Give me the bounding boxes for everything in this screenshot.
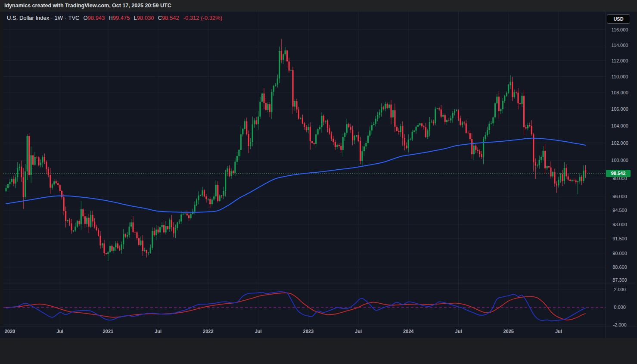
price-tick-label: 116.000 [606,27,634,33]
price-tick-label: 102.000 [606,140,634,146]
exchange-label: TVC [68,15,79,21]
indicator-tick-label: 2.000 [606,286,634,292]
ohlc-value: 99.475 [113,15,130,21]
ohlc-values: O98.943H99.475L98.030C98.542 [79,15,179,21]
time-tick-label: Jul [56,329,63,334]
time-tick-label: Jul [155,329,162,334]
legend-separator: · [63,15,68,21]
tradingview-chart-window: idynamics created with TradingView.com, … [0,0,637,364]
price-tick-label: 100.000 [606,157,634,163]
ohlc-value: 98.030 [137,15,154,21]
price-tick-label: 112.000 [606,58,634,64]
time-tick-label: 2021 [103,329,113,334]
change-value: -0.312 (-0.32%) [183,15,222,21]
time-tick-label: 2020 [5,329,15,334]
price-tick-label: 88.600 [606,264,634,270]
interval-label[interactable]: 1W [55,15,63,21]
oscillator-blue-line [6,292,586,321]
time-tick-label: Jul [255,329,262,334]
price-tick-label: 110.000 [606,74,634,80]
oscillator-red-line [6,293,586,320]
ohlc-key: C [158,15,162,21]
ma-line [6,138,586,212]
ohlc-key: L [134,15,137,21]
price-tick-label: 96.000 [606,193,634,199]
price-tick-label: 94.500 [606,207,634,213]
chart-canvas[interactable] [0,0,637,364]
ohlc-key: H [109,15,112,21]
symbol-legend: U.S. Dollar Index·1W·TVCO98.943H99.475L9… [7,15,222,21]
price-tick-label: 87.300 [606,277,634,283]
price-tick-label: 108.000 [606,90,634,96]
ohlc-value: 98.542 [162,15,179,21]
time-tick-label: Jul [555,329,562,334]
time-tick-label: 2024 [403,329,413,334]
time-tick-label: Jul [355,329,362,334]
indicator-tick-label: 0.000 [606,304,634,310]
ohlc-key: O [83,15,87,21]
time-tick-label: Jul [455,329,462,334]
last-price-badge: 98.542 [606,170,631,177]
price-tick-label: 91.500 [606,236,634,242]
time-tick-label: 2022 [203,329,213,334]
right-edge [635,12,637,326]
price-tick-label: 93.000 [606,221,634,227]
symbol-title[interactable]: U.S. Dollar Index [7,15,49,21]
indicator-tick-label: -2.000 [606,322,634,328]
currency-button[interactable]: USD [607,14,630,24]
price-tick-label: 104.000 [606,123,634,129]
price-tick-label: 106.000 [606,106,634,112]
ohlc-value: 98.943 [88,15,105,21]
candles-layer [5,39,586,261]
time-tick-label: 2023 [303,329,314,334]
price-tick-label: 114.000 [606,42,634,48]
price-tick-label: 90.000 [606,250,634,256]
legend-separator: · [49,15,54,21]
footer-bar: TradingView [0,338,637,364]
left-edge [0,12,3,326]
time-tick-label: 2025 [503,329,513,334]
